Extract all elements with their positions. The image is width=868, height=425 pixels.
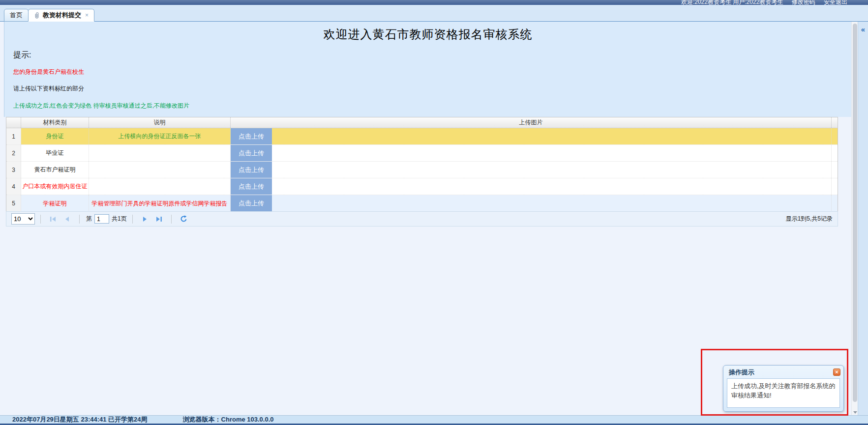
upload-cell: 点击上传 [231,128,832,144]
popup-header: 操作提示 × [723,366,843,378]
row-filler [832,145,838,161]
grid-body: 1 身份证 上传横向的身份证正反面各一张 点击上传 2 毕业证 点击上传 3 黄… [6,128,838,212]
top-bar: 欢迎:2022教资考生 用户:2022教资考生 修改密码 安全退出 [0,0,868,5]
refresh-icon[interactable] [180,215,188,223]
page-number-prefix: 第 [86,215,92,223]
hint-panel: 欢迎进入黄石市教师资格报名审核系统 提示: 您的身份是黄石户籍在校生 请上传以下… [4,22,851,117]
table-row: 4 户口本或有效期内居住证 点击上传 [6,178,838,195]
row-number: 2 [6,145,21,161]
material-description [89,145,231,161]
scrollbar-thumb[interactable] [853,24,857,402]
change-password-link[interactable]: 修改密码 [792,0,815,5]
row-number: 4 [6,178,21,195]
row-filler [832,162,838,178]
pager-separator [171,215,172,224]
page-number-input[interactable] [94,214,109,224]
material-category: 黄石市户籍证明 [21,162,89,178]
row-number: 1 [6,128,21,144]
popup-message: 上传成功,及时关注教育部报名系统的审核结果通知! [727,378,840,408]
header-row-number [6,117,21,128]
upload-button[interactable]: 点击上传 [231,162,272,178]
record-summary: 显示1到5,共5记录 [786,215,833,223]
row-number: 3 [6,162,21,178]
prev-page-icon[interactable] [62,215,71,223]
page-title: 欢迎进入黄石市教师资格报名审核系统 [4,22,851,42]
material-category: 身份证 [21,128,89,144]
upload-cell: 点击上传 [231,145,832,161]
hint-success-note: 上传成功之后,红色会变为绿色 待审核员审核通过之后,不能修改图片 [13,102,851,110]
material-description: 学籍管理部门开具的学籍证明原件或学信网学籍报告 [89,195,231,212]
operation-hint-popup: 操作提示 × 上传成功,及时关注教育部报名系统的审核结果通知! [723,365,844,412]
tab-material-label: 教资材料提交 [43,11,81,20]
materials-table: 材料类别 说明 上传图片 1 身份证 上传横向的身份证正反面各一张 点击上传 2… [6,117,838,212]
popup-title: 操作提示 [729,368,754,377]
table-row: 1 身份证 上传横向的身份证正反面各一张 点击上传 [6,128,838,145]
pagination-bar: 10 第 共1页 显示1到5,共5记录 [6,211,838,227]
table-header-row: 材料类别 说明 上传图片 [6,117,838,128]
logout-link[interactable]: 安全退出 [824,0,847,5]
upload-button[interactable]: 点击上传 [231,128,272,144]
upload-button[interactable]: 点击上传 [231,145,272,161]
header-description: 说明 [89,117,231,128]
material-description [89,178,231,195]
east-panel-strip: « [858,22,868,415]
hint-identity: 您的身份是黄石户籍在校生 [13,68,851,76]
next-page-icon[interactable] [141,215,150,223]
pager-separator [40,215,41,224]
tab-home[interactable]: 首页 [4,9,29,22]
material-category: 学籍证明 [21,195,89,212]
status-browser-version: 浏览器版本：Chrome 103.0.0.0 [183,415,274,424]
upload-button[interactable]: 点击上传 [231,195,272,212]
tab-home-label: 首页 [10,11,23,20]
upload-cell: 点击上传 [231,195,832,212]
material-category: 毕业证 [21,145,89,161]
row-filler [832,128,838,144]
header-upload: 上传图片 [231,117,832,128]
status-datetime: 2022年07月29日星期五 23:44:41 已开学第24周 [12,415,148,424]
table-row: 2 毕业证 点击上传 [6,145,838,162]
upload-cell: 点击上传 [231,162,832,178]
table-row: 5 学籍证明 学籍管理部门开具的学籍证明原件或学信网学籍报告 点击上传 [6,195,838,212]
header-filler [832,117,838,128]
material-description: 上传横向的身份证正反面各一张 [89,128,231,144]
collapse-panel-icon[interactable]: « [858,25,868,33]
tab-material-submit[interactable]: 教资材料提交 × [28,9,94,22]
vertical-scrollbar[interactable] [851,22,858,415]
tab-bar: 首页 教资材料提交 × [0,5,868,22]
tab-close-icon[interactable]: × [85,12,89,19]
status-bar: 2022年07月29日星期五 23:44:41 已开学第24周 浏览器版本：Ch… [0,415,868,424]
material-description [89,162,231,178]
header-category: 材料类别 [21,117,89,128]
page-count-label: 共1页 [112,215,127,223]
table-row: 3 黄石市户籍证明 点击上传 [6,162,838,178]
hint-instruction: 请上传以下资料标红的部分 [13,85,851,93]
upload-button[interactable]: 点击上传 [231,178,272,195]
row-filler [832,195,838,212]
paperclip-icon [34,12,40,19]
popup-close-icon[interactable]: × [833,368,840,376]
row-filler [832,178,838,195]
welcome-text: 欢迎:2022教资考生 用户:2022教资考生 [681,0,783,5]
upload-cell: 点击上传 [231,178,832,195]
page-size-select[interactable]: 10 [11,213,35,225]
hint-label: 提示: [13,50,851,60]
pager-separator [79,215,80,224]
scrollbar-down-icon[interactable] [853,411,857,414]
last-page-icon[interactable] [154,215,163,223]
material-category: 户口本或有效期内居住证 [21,178,89,195]
first-page-icon[interactable] [49,215,58,223]
row-number: 5 [6,195,21,212]
pager-separator [132,215,133,224]
